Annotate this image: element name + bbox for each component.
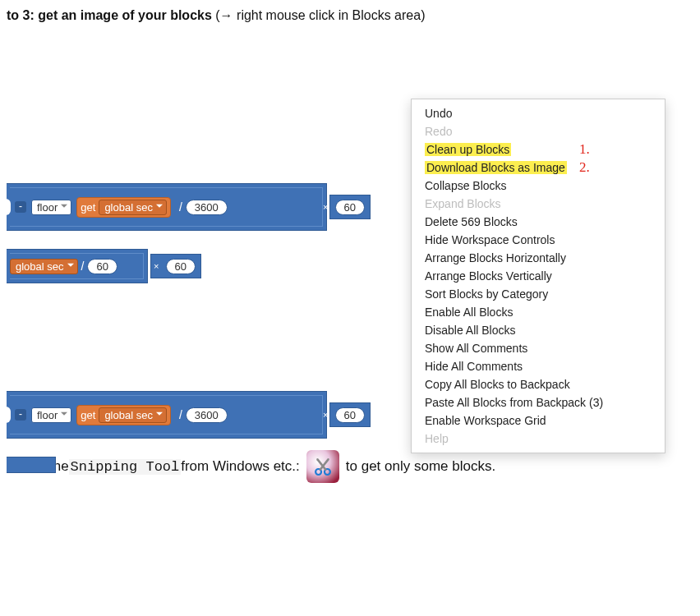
menu-item-arrange-horiz[interactable]: Arrange Blocks Horizontally [412, 249, 665, 267]
global-sec-dropdown[interactable]: global sec [10, 259, 78, 274]
multiply-icon: × [323, 202, 328, 212]
menu-item-delete[interactable]: Delete 569 Blocks [412, 213, 665, 231]
floor-dropdown[interactable]: floor [31, 407, 71, 423]
menu-item-help: Help [412, 430, 665, 448]
snipping-tool-name: Snipping Tool [69, 459, 182, 475]
menu-item-sort[interactable]: Sort Blocks by Category [412, 285, 665, 303]
block-notch [6, 407, 11, 423]
block-row-globalsec-60[interactable]: global sec / 60 × 60 [7, 249, 148, 283]
minus-icon[interactable]: - [15, 409, 26, 421]
menu-item-undo[interactable]: Undo [412, 104, 665, 122]
global-sec-dropdown[interactable]: global sec [99, 200, 167, 215]
divide-label: / [81, 260, 85, 273]
multiply-icon: × [154, 261, 159, 271]
snipping-tool-icon [306, 450, 339, 483]
menu-item-hide-comments[interactable]: Hide All Comments [412, 357, 665, 375]
multiply-icon: × [323, 410, 328, 420]
footer-post: to get only some blocks. [346, 458, 495, 475]
get-block[interactable]: get global sec [76, 197, 171, 218]
number-60[interactable]: 60 [335, 407, 365, 423]
footer-text: or use the Snipping Tool from Windows et… [7, 450, 693, 483]
number-3600[interactable]: 3600 [186, 200, 228, 215]
blocks-context-menu: Undo Redo Clean up Blocks 1. Download Bl… [411, 99, 665, 453]
annotation-1: 1. [579, 141, 590, 158]
block-tail[interactable]: × 60 [150, 254, 201, 278]
block-row-floor-3600[interactable]: - floor get global sec / 3600 × 60 [7, 183, 327, 231]
number-60[interactable]: 60 [335, 200, 365, 215]
menu-item-disable-all[interactable]: Disable All Blocks [412, 321, 665, 339]
get-block[interactable]: get global sec [76, 405, 171, 425]
global-sec-dropdown[interactable]: global sec [99, 407, 167, 423]
menu-item-enable-grid[interactable]: Enable Workspace Grid [412, 411, 665, 430]
menu-item-hide-controls[interactable]: Hide Workspace Controls [412, 231, 665, 249]
heading-subtext: (→ right mouse click in Blocks area) [212, 8, 426, 22]
instruction-heading: to 3: get an image of your blocks (→ rig… [7, 8, 693, 23]
menu-item-redo: Redo [412, 122, 665, 140]
block-stub[interactable] [7, 457, 56, 473]
menu-item-cleanup[interactable]: Clean up Blocks [425, 143, 511, 156]
get-label: get [81, 201, 95, 214]
footer-mid: from Windows etc.: [181, 458, 300, 475]
floor-dropdown[interactable]: floor [31, 200, 71, 215]
menu-item-expand: Expand Blocks [412, 195, 665, 213]
menu-item-paste-backpack[interactable]: Paste All Blocks from Backpack (3) [412, 393, 665, 411]
heading-bold: to 3: get an image of your blocks [7, 8, 212, 22]
block-row-floor-3600-dup[interactable]: - floor get global sec / 3600 × 60 [7, 391, 327, 439]
get-label: get [81, 409, 95, 421]
block-notch [6, 199, 11, 215]
annotation-2: 2. [579, 159, 590, 176]
number-60[interactable]: 60 [87, 259, 117, 274]
number-3600[interactable]: 3600 [186, 407, 228, 423]
number-60[interactable]: 60 [166, 259, 196, 274]
menu-item-arrange-vert[interactable]: Arrange Blocks Vertically [412, 267, 665, 285]
block-tail[interactable]: × 60 [329, 195, 371, 219]
menu-item-copy-backpack[interactable]: Copy All Blocks to Backpack [412, 375, 665, 393]
divide-label: / [179, 408, 182, 421]
minus-icon[interactable]: - [15, 201, 26, 213]
menu-item-enable-all[interactable]: Enable All Blocks [412, 303, 665, 321]
menu-item-show-comments[interactable]: Show All Comments [412, 339, 665, 357]
divide-label: / [179, 200, 182, 214]
menu-item-collapse[interactable]: Collapse Blocks [412, 177, 665, 195]
block-tail[interactable]: × 60 [329, 402, 371, 427]
menu-item-download-image[interactable]: Download Blocks as Image [425, 161, 567, 174]
